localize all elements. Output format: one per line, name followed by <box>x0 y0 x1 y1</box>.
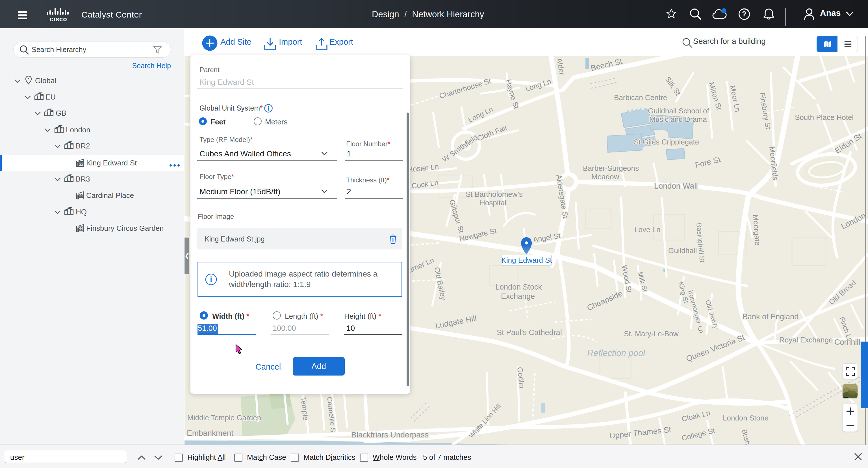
svg-text:Royal Exchange: Royal Exchange <box>779 336 833 344</box>
svg-text:King Edward St: King Edward St <box>501 256 552 264</box>
svg-text:Guildhall: Guildhall <box>668 246 697 255</box>
svg-text:London Stock: London Stock <box>495 283 542 291</box>
svg-text:Middle Temple Garden: Middle Temple Garden <box>187 413 261 422</box>
svg-text:St Paul’s Cathedral: St Paul’s Cathedral <box>497 328 562 337</box>
svg-text:Barber-Surgeons: Barber-Surgeons <box>583 164 639 173</box>
svg-text:Barbican Centre: Barbican Centre <box>614 93 667 102</box>
svg-text:Cornhill: Cornhill <box>834 338 860 346</box>
svg-text:South Place Hotel: South Place Hotel <box>795 113 854 122</box>
svg-text:London Stone: London Stone <box>723 414 769 422</box>
svg-text:Guildhall School of: Guildhall School of <box>648 107 710 115</box>
svg-text:London Wall: London Wall <box>654 181 698 190</box>
svg-text:St Bartholomew’s: St Bartholomew’s <box>466 190 523 199</box>
svg-text:Exchange: Exchange <box>501 292 535 301</box>
svg-text:Embankment: Embankment <box>187 429 234 437</box>
svg-text:Meadow: Meadow <box>591 173 619 181</box>
svg-text:Love Ln: Love Ln <box>634 225 661 234</box>
svg-text:Hospital: Hospital <box>480 199 506 207</box>
svg-text:Music and Drama: Music and Drama <box>649 115 707 123</box>
svg-text:?: ? <box>742 10 746 18</box>
svg-text:Blackfriars Underpass: Blackfriars Underpass <box>351 430 429 439</box>
svg-text:cisco: cisco <box>50 16 67 22</box>
svg-text:Reflection pool: Reflection pool <box>587 348 645 358</box>
svg-text:St. Mary-Le-Bow: St. Mary-Le-Bow <box>624 329 679 338</box>
svg-text:Bank of England: Bank of England <box>743 313 799 321</box>
svg-text:St Giles Cripplegate: St Giles Cripplegate <box>634 138 699 146</box>
